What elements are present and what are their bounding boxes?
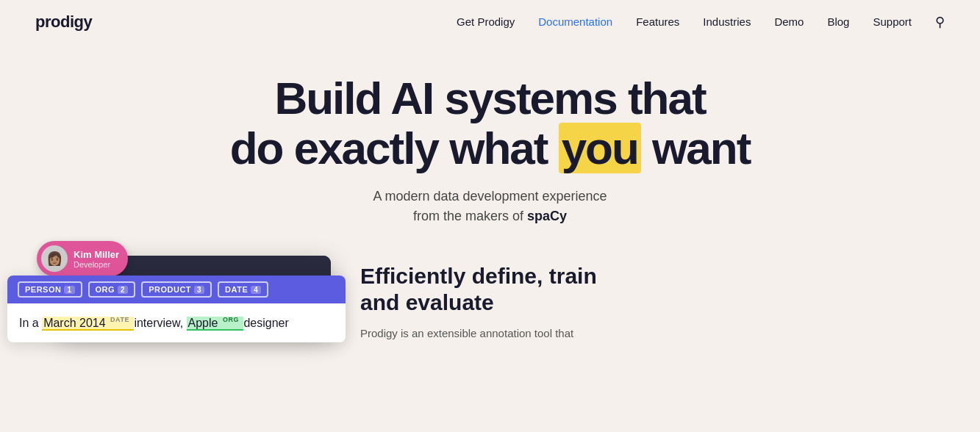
user-info: Kim Miller Developer bbox=[74, 249, 119, 269]
right-body: Prodigy is an extensible annotation tool… bbox=[360, 325, 921, 342]
nav-support[interactable]: Support bbox=[873, 15, 912, 28]
hero-section: Build AI systems that do exactly what yo… bbox=[0, 44, 980, 241]
annotation-text-after: designer bbox=[243, 317, 288, 329]
annotation-header: PERSON1 ORG2 PRODUCT3 DATE4 bbox=[7, 276, 346, 303]
nav-documentation[interactable]: Documentation bbox=[538, 15, 612, 28]
user-badge: 👩🏽 Kim Miller Developer bbox=[37, 241, 128, 276]
label-product-btn[interactable]: PRODUCT3 bbox=[141, 281, 212, 298]
nav-features[interactable]: Features bbox=[636, 15, 679, 28]
logo[interactable]: prodigy bbox=[35, 12, 92, 32]
right-content: Efficiently define, trainand evaluate Pr… bbox=[360, 256, 921, 342]
user-role: Developer bbox=[74, 260, 119, 269]
nav-demo[interactable]: Demo bbox=[774, 15, 804, 28]
annotation-card: PERSON1 ORG2 PRODUCT3 DATE4 In a March 2… bbox=[7, 276, 346, 343]
avatar: 👩🏽 bbox=[41, 245, 68, 272]
annotation-body: In a March 2014 DATE interview, Apple OR… bbox=[7, 303, 346, 343]
right-heading: Efficiently define, trainand evaluate bbox=[360, 263, 921, 316]
entity-date-label: DATE bbox=[110, 316, 129, 323]
nav-industries[interactable]: Industries bbox=[703, 15, 751, 28]
label-date-btn[interactable]: DATE4 bbox=[218, 281, 268, 298]
demo-card: $ prodigy ner.llm.correct news_articles … bbox=[59, 256, 331, 335]
user-name: Kim Miller bbox=[74, 249, 119, 260]
annotation-text-before: In a bbox=[19, 317, 42, 329]
label-person-btn[interactable]: PERSON1 bbox=[18, 281, 82, 298]
entity-org-label: ORG bbox=[223, 316, 239, 323]
hero-subtitle: A modern data development experience fro… bbox=[15, 187, 965, 226]
nav-get-prodigy[interactable]: Get Prodigy bbox=[457, 15, 515, 28]
label-org-btn[interactable]: ORG2 bbox=[88, 281, 136, 298]
lower-section: $ prodigy ner.llm.correct news_articles … bbox=[0, 256, 980, 342]
nav-links: Get Prodigy Documentation Features Indus… bbox=[457, 14, 945, 30]
nav-blog[interactable]: Blog bbox=[827, 15, 849, 28]
annotation-text-mid: interview, bbox=[134, 317, 186, 329]
entity-date: March 2014 DATE bbox=[42, 317, 134, 331]
hero-heading: Build AI systems that do exactly what yo… bbox=[15, 73, 965, 173]
navbar: prodigy Get Prodigy Documentation Featur… bbox=[0, 0, 980, 44]
search-icon[interactable]: ⚲ bbox=[935, 15, 945, 29]
entity-org: Apple ORG bbox=[187, 317, 244, 331]
